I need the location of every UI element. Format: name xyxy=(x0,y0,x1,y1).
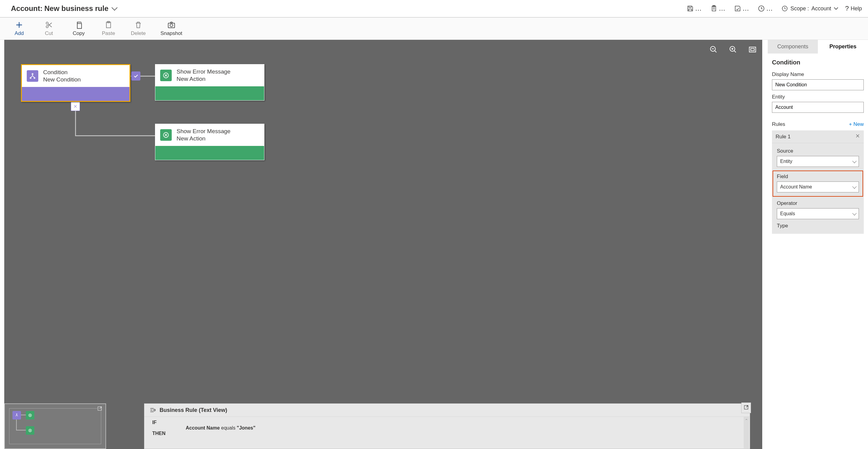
field-value: Account Name xyxy=(780,184,812,190)
paste-label: Paste xyxy=(102,30,115,36)
add-label: Add xyxy=(14,30,24,36)
textview-popout[interactable] xyxy=(741,402,751,413)
chevron-down-icon xyxy=(834,5,838,10)
copy-icon xyxy=(74,21,83,29)
entity-label: Account: xyxy=(11,4,42,13)
textview-scrollbar[interactable] xyxy=(744,417,749,448)
check-icon xyxy=(133,73,138,79)
activate-menu[interactable]: … xyxy=(758,5,773,12)
svg-point-14 xyxy=(32,73,33,75)
source-value: Entity xyxy=(780,159,792,164)
tab-components[interactable]: Components xyxy=(768,40,818,54)
help-button[interactable]: ? Help xyxy=(845,5,862,12)
field-highlight: Field Account Name xyxy=(773,171,863,197)
operator-select[interactable]: Equals xyxy=(777,208,859,219)
operator-value: Equals xyxy=(780,211,795,216)
rule-1-block: Rule 1 Source Entity Field xyxy=(772,130,864,234)
action2-title: Show Error Message xyxy=(177,128,230,135)
cut-button[interactable]: Cut xyxy=(41,21,57,36)
mini-action2 xyxy=(26,426,34,435)
new-rule-link[interactable]: + New xyxy=(849,121,864,127)
true-branch-badge xyxy=(131,71,141,81)
clipboard-icon xyxy=(710,5,718,12)
action2-strip xyxy=(155,146,264,160)
rule-name: New business rule xyxy=(44,4,108,13)
x-icon xyxy=(855,133,860,138)
source-select[interactable]: Entity xyxy=(777,156,859,167)
business-rule-text-view: Business Rule (Text View) IF Account Nam… xyxy=(144,403,750,449)
rule-name-dropdown[interactable]: New business rule xyxy=(44,4,116,13)
action2-subtitle: New Action xyxy=(177,135,230,142)
action1-strip xyxy=(155,86,264,100)
rule-1-delete[interactable] xyxy=(855,133,860,140)
field-label: Field xyxy=(777,174,859,180)
action-node-1[interactable]: Show Error Message New Action xyxy=(155,64,265,101)
save-as-menu[interactable]: … xyxy=(710,5,725,12)
add-button[interactable]: Add xyxy=(11,21,27,36)
delete-button[interactable]: Delete xyxy=(131,21,146,36)
entity-input[interactable] xyxy=(772,102,864,113)
chevron-down-icon xyxy=(852,159,857,163)
chevron-up-icon xyxy=(745,418,748,421)
svg-point-10 xyxy=(170,24,173,27)
save-check-icon xyxy=(734,5,741,12)
minimap-viewport xyxy=(9,408,101,444)
scope-label: Scope : xyxy=(790,5,809,12)
delete-label: Delete xyxy=(131,30,146,36)
condition-strip xyxy=(22,87,129,101)
help-icon: ? xyxy=(845,5,849,12)
toolbar: Add Cut Copy Paste Delete Snapshot xyxy=(0,18,868,40)
tab-properties[interactable]: Properties xyxy=(818,40,868,54)
scope-value: Account xyxy=(811,5,831,12)
chevron-down-icon xyxy=(112,5,118,11)
help-label: Help xyxy=(851,5,862,12)
zoom-in-icon[interactable] xyxy=(729,45,737,54)
mini-action1 xyxy=(26,411,34,420)
textview-title: Business Rule (Text View) xyxy=(160,407,227,413)
action1-title: Show Error Message xyxy=(177,68,230,76)
x-icon xyxy=(73,104,78,109)
action1-subtitle: New Action xyxy=(177,76,230,83)
error-icon xyxy=(163,72,169,79)
svg-rect-13 xyxy=(749,47,756,52)
type-label: Type xyxy=(777,223,859,229)
svg-point-15 xyxy=(30,77,31,79)
zoom-out-icon[interactable] xyxy=(709,45,718,54)
action-node-icon xyxy=(160,70,172,81)
paste-button[interactable]: Paste xyxy=(101,21,116,36)
svg-point-24 xyxy=(154,409,156,411)
paste-icon xyxy=(104,21,113,29)
condition-subtitle: New Condition xyxy=(43,76,81,83)
list-settings-icon xyxy=(149,407,156,413)
svg-rect-6 xyxy=(77,23,82,28)
condition-node[interactable]: Condition New Condition xyxy=(21,64,130,102)
scope-selector[interactable]: Scope : Account xyxy=(781,5,837,12)
trash-icon xyxy=(134,21,143,29)
minimap[interactable] xyxy=(4,403,106,449)
source-label: Source xyxy=(777,148,859,154)
action-node-icon xyxy=(160,129,172,141)
validate-menu[interactable]: … xyxy=(734,5,749,12)
properties-panel: Components Properties Condition Display … xyxy=(768,40,868,449)
rules-label: Rules xyxy=(772,121,785,127)
designer-canvas[interactable]: Condition New Condition Show Error Messa… xyxy=(4,40,762,449)
false-branch-badge xyxy=(71,102,80,111)
popout-icon xyxy=(743,405,749,410)
properties-section-title: Condition xyxy=(772,59,864,66)
then-keyword: THEN xyxy=(152,431,166,436)
action-node-2[interactable]: Show Error Message New Action xyxy=(155,124,265,160)
svg-point-20 xyxy=(17,414,17,414)
field-select[interactable]: Account Name xyxy=(777,181,859,192)
display-name-label: Display Name xyxy=(772,71,864,78)
plus-icon xyxy=(15,21,23,29)
save-menu[interactable]: … xyxy=(687,5,702,12)
rule-1-title: Rule 1 xyxy=(776,134,790,140)
save-icon xyxy=(687,5,694,12)
entity-label: Entity xyxy=(772,94,864,100)
display-name-input[interactable] xyxy=(772,79,864,90)
snapshot-label: Snapshot xyxy=(160,30,182,36)
snapshot-button[interactable]: Snapshot xyxy=(160,21,182,36)
if-keyword: IF xyxy=(152,420,157,425)
fit-screen-icon[interactable] xyxy=(748,45,757,54)
copy-button[interactable]: Copy xyxy=(71,21,86,36)
